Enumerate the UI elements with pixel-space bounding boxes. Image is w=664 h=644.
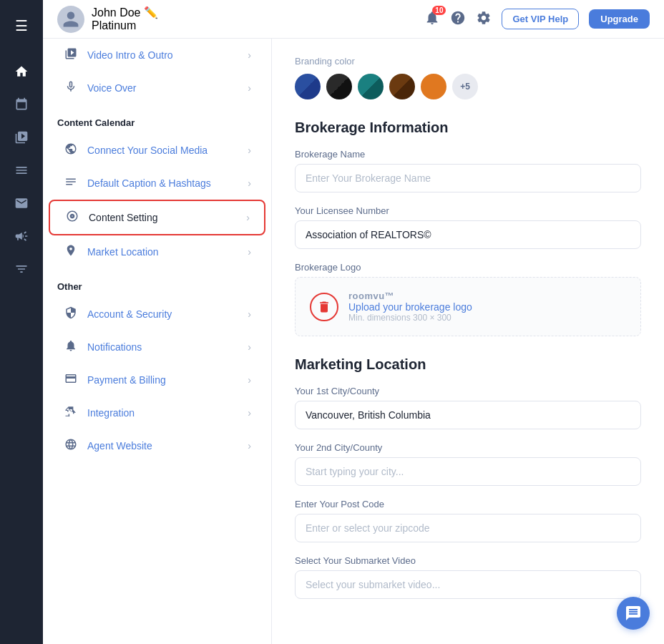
- edit-profile-icon[interactable]: ✏️: [144, 6, 158, 19]
- play-nav-icon[interactable]: [7, 123, 36, 152]
- city2-label: Your 2nd City/County: [295, 442, 641, 453]
- header-bar: John Doe ✏️ Platinum 10 Get VIP Help Upg…: [43, 0, 664, 39]
- logo-brand-name: roomvu™: [348, 291, 472, 301]
- chevron-icon: ›: [248, 82, 251, 94]
- caption-icon: [63, 175, 79, 191]
- logo-upload-info: roomvu™ Upload your brokerage logo Min. …: [348, 291, 472, 323]
- mail-nav-icon[interactable]: [7, 189, 36, 218]
- sidebar-item-content-setting[interactable]: Content Setting ›: [49, 200, 265, 235]
- main-content: Branding color +5 Brokerage Information …: [272, 39, 664, 644]
- sidebar-label-integration: Integration: [87, 407, 239, 419]
- sidebar-item-payment-billing[interactable]: Payment & Billing ›: [49, 364, 265, 396]
- megaphone-nav-icon[interactable]: [7, 222, 36, 250]
- sidebar-label-account-security: Account & Security: [87, 308, 239, 320]
- marketing-section-title: Marketing Location: [295, 356, 641, 373]
- color-swatches: +5: [295, 74, 641, 99]
- user-name-text: John Doe: [92, 6, 141, 19]
- logo-upload-hint: Min. dimensions 300 × 300: [348, 313, 472, 323]
- upgrade-button[interactable]: Upgrade: [589, 9, 650, 29]
- color-swatch-teal[interactable]: [358, 74, 384, 99]
- sidebar-item-voice-over[interactable]: Voice Over ›: [49, 72, 265, 104]
- home-nav-icon[interactable]: [7, 57, 36, 86]
- sidebar-label-default-caption: Default Caption & Hashtags: [87, 177, 239, 189]
- settings-icon[interactable]: [476, 10, 492, 29]
- brokerage-name-label: Brokerage Name: [295, 149, 641, 160]
- video-icon: [63, 47, 79, 63]
- sidebar-label-connect-social: Connect Your Social Media: [87, 145, 239, 156]
- header-left: John Doe ✏️ Platinum: [57, 6, 158, 33]
- sidebar-item-integration[interactable]: Integration ›: [49, 396, 265, 429]
- chevron-icon: ›: [248, 246, 251, 258]
- sidebar-item-market-location[interactable]: Market Location ›: [49, 235, 265, 268]
- payment-icon: [63, 372, 79, 388]
- integration-icon: [63, 405, 79, 421]
- chevron-icon: ›: [246, 212, 250, 223]
- chevron-icon: ›: [248, 145, 251, 156]
- chevron-icon: ›: [248, 177, 251, 189]
- marketing-section: Marketing Location Your 1st City/County …: [295, 356, 641, 612]
- vip-help-button[interactable]: Get VIP Help: [502, 9, 579, 29]
- color-swatch-more[interactable]: +5: [452, 74, 478, 99]
- sidebar-label-agent-website: Agent Website: [87, 440, 239, 452]
- sidebar-item-video-intro[interactable]: Video Intro & Outro ›: [49, 39, 265, 72]
- logo-upload-link[interactable]: Upload your brokerage logo: [348, 301, 472, 313]
- social-icon: [63, 142, 79, 158]
- notification-count: 10: [432, 6, 446, 15]
- avatar: [57, 6, 84, 33]
- sidebar-item-connect-social[interactable]: Connect Your Social Media ›: [49, 134, 265, 167]
- chevron-icon: ›: [248, 407, 251, 419]
- sidebar-label-content-setting: Content Setting: [89, 212, 238, 223]
- color-swatch-orange[interactable]: [421, 74, 446, 99]
- submarket-input[interactable]: [295, 570, 641, 599]
- delete-icon[interactable]: [310, 293, 338, 321]
- filter-nav-icon[interactable]: [7, 255, 36, 283]
- submarket-label: Select Your Submarket Video: [295, 555, 641, 566]
- city1-label: Your 1st City/County: [295, 386, 641, 396]
- brokerage-section-title: Brokerage Information: [295, 119, 641, 136]
- chevron-icon: ›: [248, 374, 251, 386]
- licensee-label: Your Licensee Number: [295, 205, 641, 216]
- sidebar-item-agent-website[interactable]: Agent Website ›: [49, 429, 265, 462]
- sidebar: Video Intro & Outro › Voice Over › Conte…: [43, 39, 272, 644]
- sidebar-section-other: Other: [43, 268, 271, 298]
- icon-nav: ☰: [0, 0, 43, 644]
- help-icon[interactable]: [450, 10, 466, 29]
- bell-icon: [63, 339, 79, 355]
- sidebar-item-default-caption[interactable]: Default Caption & Hashtags ›: [49, 167, 265, 200]
- content-setting-icon: [64, 210, 80, 225]
- chat-bubble[interactable]: [617, 597, 650, 630]
- notification-bell[interactable]: 10: [424, 10, 440, 29]
- header-right: 10 Get VIP Help Upgrade: [424, 9, 650, 29]
- user-info: John Doe ✏️ Platinum: [92, 6, 158, 32]
- sidebar-item-account-security[interactable]: Account & Security ›: [49, 298, 265, 331]
- list-nav-icon[interactable]: [7, 156, 36, 185]
- shield-icon: [63, 306, 79, 322]
- user-name: John Doe ✏️: [92, 6, 158, 19]
- brokerage-logo-upload[interactable]: roomvu™ Upload your brokerage logo Min. …: [295, 277, 641, 336]
- sidebar-label-notifications: Notifications: [87, 341, 239, 353]
- postcode-label: Enter Your Post Code: [295, 499, 641, 509]
- chevron-icon: ›: [248, 440, 251, 452]
- licensee-input[interactable]: [295, 220, 641, 249]
- city2-input[interactable]: [295, 457, 641, 486]
- globe-icon: [63, 438, 79, 454]
- mic-icon: [63, 80, 79, 96]
- calendar-nav-icon[interactable]: [7, 90, 36, 119]
- city1-input[interactable]: [295, 401, 641, 429]
- sidebar-label-market-location: Market Location: [87, 246, 239, 258]
- sidebar-label-voice-over: Voice Over: [87, 82, 239, 94]
- user-tier: Platinum: [92, 19, 158, 32]
- color-swatch-brown[interactable]: [389, 74, 415, 99]
- brokerage-logo-label: Brokerage Logo: [295, 262, 641, 273]
- chevron-icon: ›: [248, 341, 251, 353]
- sidebar-section-content-calendar: Content Calendar: [43, 104, 271, 134]
- brokerage-name-input[interactable]: [295, 164, 641, 192]
- color-swatch-blue[interactable]: [295, 74, 321, 99]
- branding-label: Branding color: [295, 56, 641, 67]
- sidebar-item-notifications[interactable]: Notifications ›: [49, 331, 265, 364]
- chevron-icon: ›: [248, 308, 251, 320]
- hamburger-icon[interactable]: ☰: [7, 11, 36, 40]
- chevron-icon: ›: [248, 49, 251, 61]
- postcode-input[interactable]: [295, 514, 641, 542]
- color-swatch-dark[interactable]: [326, 74, 352, 99]
